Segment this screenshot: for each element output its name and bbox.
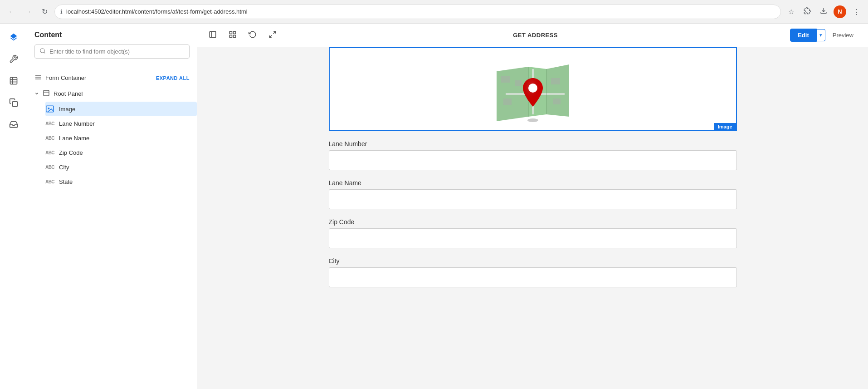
sidebar-item-lane-number-label: Lane Number (59, 120, 95, 127)
layers-icon (9, 33, 18, 44)
lane-number-input[interactable] (329, 150, 737, 170)
sidebar-item-zip-code[interactable]: ABC Zip Code (45, 145, 197, 160)
form-field-lane-number: Lane Number (329, 140, 737, 170)
svg-point-5 (40, 49, 44, 53)
svg-rect-19 (234, 35, 236, 37)
browser-actions: ☆ N ⋮ (785, 5, 863, 18)
sidebar-search[interactable] (34, 44, 190, 59)
url-text: localhost:4502/editor.html/content/forms… (66, 8, 775, 15)
city-input[interactable] (329, 267, 737, 287)
wrench-icon (9, 54, 18, 66)
chevron-down-icon: ▾ (819, 32, 822, 38)
city-label: City (329, 257, 737, 265)
edit-button[interactable]: Edit (790, 29, 817, 42)
search-icon (39, 48, 46, 55)
toolbar-right: Edit ▾ Preview (790, 29, 861, 42)
lane-name-input[interactable] (329, 189, 737, 209)
sidebar-item-state-label: State (59, 178, 73, 185)
canvas[interactable]: Image Lane Number Lane Name Zip Code (197, 47, 868, 389)
sidebar-item-zip-code-label: Zip Code (59, 149, 83, 156)
svg-rect-10 (44, 90, 49, 96)
preview-button[interactable]: Preview (825, 29, 861, 41)
svg-line-6 (44, 52, 45, 54)
download-button[interactable] (817, 5, 830, 18)
svg-rect-30 (551, 78, 560, 84)
star-button[interactable]: ☆ (785, 5, 797, 18)
image-block[interactable]: Image (329, 47, 737, 131)
svg-line-21 (269, 35, 272, 37)
form-field-zip-code: Zip Code (329, 218, 737, 248)
svg-point-13 (48, 108, 49, 109)
abc-icon-state: ABC (45, 178, 54, 185)
address-bar[interactable]: ℹ localhost:4502/editor.html/content/for… (54, 5, 781, 19)
forms-icon (9, 76, 18, 88)
abc-icon-lane-number: ABC (45, 120, 54, 127)
fullscreen-icon (268, 30, 277, 40)
sidebar-header: Content (27, 24, 197, 66)
form-field-city: City (329, 257, 737, 287)
tree-items: Image ABC Lane Number ABC Lane Name (27, 102, 197, 189)
extensions-button[interactable] (801, 5, 814, 18)
hamburger-icon (34, 74, 42, 82)
edit-dropdown-button[interactable]: ▾ (817, 29, 825, 41)
tree-header: Form Container EXPAND ALL (27, 70, 197, 86)
sidebar-item-lane-name-label: Lane Name (59, 135, 89, 142)
svg-point-35 (528, 84, 537, 93)
svg-rect-16 (229, 31, 232, 34)
undo-button[interactable] (244, 27, 261, 44)
svg-rect-27 (501, 76, 510, 83)
image-icon (45, 105, 54, 113)
sidebar-item-city-label: City (59, 164, 69, 171)
form-container-label: Form Container (45, 74, 152, 81)
form-container: Image Lane Number Lane Name Zip Code (329, 47, 737, 315)
layout-icon (229, 30, 237, 40)
svg-point-34 (527, 118, 538, 122)
toolbar: GET ADDRESS Edit ▾ Preview (197, 24, 868, 47)
search-input[interactable] (49, 48, 185, 55)
svg-line-20 (273, 31, 276, 34)
sidebar-item-lane-number[interactable]: ABC Lane Number (45, 116, 197, 131)
user-avatar[interactable]: N (834, 5, 846, 18)
svg-rect-18 (229, 35, 232, 37)
svg-rect-29 (503, 98, 512, 105)
menu-icon: ⋮ (853, 8, 860, 16)
svg-marker-24 (546, 64, 569, 117)
map-image (488, 53, 578, 126)
forms-button[interactable] (5, 73, 23, 91)
back-button[interactable]: ← (5, 5, 18, 18)
image-badge: Image (714, 123, 736, 130)
chevron-down-icon[interactable] (34, 91, 39, 97)
zip-code-input[interactable] (329, 228, 737, 248)
sidebar-item-image[interactable]: Image (45, 102, 197, 116)
abc-icon-zip-code: ABC (45, 149, 54, 156)
svg-rect-17 (234, 31, 236, 34)
sidebar-item-state[interactable]: ABC State (45, 174, 197, 189)
zip-code-label: Zip Code (329, 218, 737, 226)
fullscreen-button[interactable] (264, 27, 281, 44)
layers-button[interactable] (5, 29, 23, 47)
svg-rect-4 (12, 101, 17, 106)
menu-button[interactable]: ⋮ (850, 5, 863, 18)
info-icon: ℹ (60, 9, 63, 15)
stack-button[interactable] (5, 116, 23, 134)
expand-all-button[interactable]: EXPAND ALL (156, 75, 190, 81)
wrench-button[interactable] (5, 51, 23, 69)
reload-icon: ↻ (42, 7, 48, 16)
sidebar-item-lane-name[interactable]: ABC Lane Name (45, 131, 197, 145)
sidebar-title: Content (34, 31, 190, 39)
copy-button[interactable] (5, 94, 23, 113)
reload-button[interactable]: ↻ (38, 5, 51, 18)
sidebar-toggle-button[interactable] (205, 27, 221, 44)
svg-rect-28 (515, 80, 522, 86)
star-icon: ☆ (788, 8, 794, 16)
form-field-lane-name: Lane Name (329, 179, 737, 209)
tree-section: Form Container EXPAND ALL Root Panel (27, 66, 197, 389)
forward-button[interactable]: → (22, 5, 34, 18)
sidebar-toggle-icon (209, 30, 217, 40)
lane-name-label: Lane Name (329, 179, 737, 187)
svg-rect-0 (10, 77, 17, 84)
stack-icon (9, 120, 18, 131)
layout-button[interactable] (224, 27, 241, 44)
lane-number-label: Lane Number (329, 140, 737, 148)
sidebar-item-city[interactable]: ABC City (45, 160, 197, 174)
